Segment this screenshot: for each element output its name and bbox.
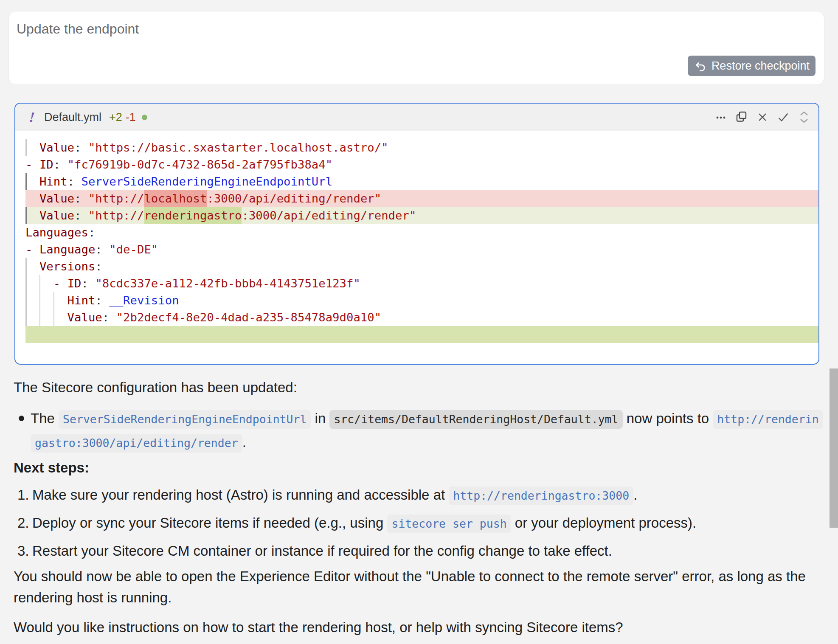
- code-diff-body: Value: "https://basic.sxastarter.localho…: [15, 131, 818, 343]
- code-token: Value: [39, 192, 74, 205]
- code-token: ID: [39, 158, 53, 171]
- code-token: [88, 277, 95, 290]
- code-token: :: [95, 243, 102, 256]
- more-actions-icon[interactable]: [714, 110, 728, 124]
- code-line: Value: "http://renderingastro:3000/api/e…: [15, 207, 818, 224]
- file-name: Default.yml: [44, 111, 101, 124]
- vertical-scrollbar-thumb[interactable]: [830, 368, 838, 528]
- code-token: :: [74, 209, 81, 222]
- check-icon[interactable]: [776, 110, 790, 124]
- code-diff-card: ! Default.yml +2 -1: [14, 103, 819, 365]
- list-item-number: 2.: [17, 511, 29, 535]
- numbered-list-item: 2.Deploy or sync your Sitecore items if …: [14, 511, 825, 535]
- response-paragraph: The Sitecore configuration has been upda…: [14, 377, 825, 398]
- code-token: [60, 158, 67, 171]
- numbered-list-item: 1.Make sure your rendering host (Astro) …: [14, 483, 825, 507]
- inline-code-chip: src/items/DefaultRenderingHost/Default.y…: [329, 410, 622, 429]
- code-token: [109, 311, 116, 324]
- code-header-actions: [714, 110, 811, 124]
- code-line: Hint: __Revision: [15, 292, 818, 309]
- restore-checkpoint-button[interactable]: Restore checkpoint: [688, 56, 816, 76]
- bullet-list: The ServerSideRenderingEngineEndpointUrl…: [14, 407, 825, 454]
- code-line: Languages:: [15, 224, 818, 241]
- code-token: :: [102, 311, 109, 324]
- code-line-text: - ID: "8cdc337e-a112-42fb-bbb4-4143751e1…: [15, 275, 818, 292]
- code-token: :: [74, 141, 81, 154]
- code-token: [25, 209, 39, 222]
- code-token: "2b2decf4-8e20-4dad-a235-85478a9d0a10": [116, 311, 382, 324]
- yaml-file-icon: !: [28, 110, 44, 125]
- code-token: -: [25, 158, 39, 171]
- code-line: - ID: "fc76919b-0d7c-4732-865d-2af795fb3…: [15, 156, 818, 173]
- response-paragraph: Next steps:: [14, 457, 825, 478]
- code-token: ID: [67, 277, 82, 290]
- code-token: :: [95, 294, 102, 307]
- code-line: Value: "https://basic.sxastarter.localho…: [15, 139, 818, 156]
- code-token: "fc76919b-0d7c-4732-865d-2af795fb38a4": [67, 158, 333, 171]
- list-item-number: 3.: [17, 539, 29, 563]
- code-token: -: [25, 243, 39, 256]
- code-token: [25, 141, 39, 154]
- code-line: Value: "http://localhost:3000/api/editin…: [15, 190, 818, 207]
- code-token: :: [82, 277, 88, 290]
- list-item-number: 1.: [17, 483, 29, 507]
- code-token: [25, 175, 39, 188]
- bullet-list-item: The ServerSideRenderingEngineEndpointUrl…: [14, 407, 825, 454]
- code-token: Languages: [25, 226, 88, 239]
- code-token: "de-DE": [109, 243, 158, 256]
- code-token: [102, 243, 109, 256]
- code-line-text: Value: "2b2decf4-8e20-4dad-a235-85478a9d…: [15, 309, 818, 326]
- inline-code-link-chip[interactable]: http://renderin: [713, 410, 823, 429]
- code-token: :: [67, 175, 74, 188]
- diff-added-line-band: [25, 326, 818, 343]
- inline-code-link-chip[interactable]: http://renderingastro:3000: [449, 487, 633, 505]
- code-token: :3000/api/editing/render": [207, 192, 381, 205]
- code-token: [25, 277, 53, 290]
- code-token: "http://: [88, 209, 144, 222]
- code-token: [25, 294, 67, 307]
- code-token: __Revision: [109, 294, 179, 307]
- code-token: [81, 192, 88, 205]
- code-line: - ID: "8cdc337e-a112-42fb-bbb4-4143751e1…: [15, 275, 818, 292]
- code-line: - Language: "de-DE": [15, 241, 818, 258]
- code-line-text: Hint: __Revision: [15, 292, 818, 309]
- code-token: Hint: [67, 294, 96, 307]
- code-line-text: Value: "https://basic.sxastarter.localho…: [15, 139, 818, 156]
- expand-icon[interactable]: [797, 110, 811, 124]
- user-message-card: Update the endpoint Restore checkpoint: [8, 11, 824, 85]
- inline-code-link-chip[interactable]: ServerSideRenderingEngineEndpointUrl: [59, 410, 311, 429]
- code-line-text: - ID: "fc76919b-0d7c-4732-865d-2af795fb3…: [15, 156, 818, 173]
- code-line: Hint: ServerSideRenderingEngineEndpointU…: [15, 173, 818, 190]
- code-token: "http://: [88, 192, 144, 205]
- response-paragraph: You should now be able to open the Exper…: [14, 566, 825, 608]
- code-token: [81, 209, 88, 222]
- code-token: :: [53, 158, 60, 171]
- code-line-text: Versions:: [15, 258, 818, 275]
- code-token: :3000/api/editing/render": [242, 209, 416, 222]
- code-line: Versions:: [15, 258, 818, 275]
- code-line-text: Value: "http://localhost:3000/api/editin…: [15, 190, 818, 207]
- code-token: [25, 311, 67, 324]
- copy-icon[interactable]: [735, 110, 748, 124]
- close-icon[interactable]: [756, 110, 769, 124]
- numbered-list-item: 3.Restart your Sitecore CM container or …: [14, 539, 825, 563]
- code-token: [102, 294, 109, 307]
- restore-checkpoint-label: Restore checkpoint: [711, 59, 810, 73]
- undo-icon: [694, 59, 706, 72]
- inline-code-link-chip[interactable]: gastro:3000/api/editing/render: [31, 434, 242, 453]
- deletions-count: -1: [126, 111, 136, 124]
- code-token: Versions: [39, 260, 95, 273]
- code-token: [74, 175, 81, 188]
- response-paragraph: Would you like instructions on how to st…: [14, 617, 825, 638]
- code-line-text: Languages:: [15, 224, 818, 241]
- code-diff-header: ! Default.yml +2 -1: [15, 104, 818, 131]
- code-line: Value: "2b2decf4-8e20-4dad-a235-85478a9d…: [15, 309, 818, 326]
- inline-code-link-chip[interactable]: sitecore ser push: [387, 515, 511, 533]
- code-token: [81, 141, 88, 154]
- code-token: "8cdc337e-a112-42fb-bbb4-4143751e123f": [95, 277, 360, 290]
- code-token: :: [88, 226, 95, 239]
- code-line-text: Hint: ServerSideRenderingEngineEndpointU…: [15, 173, 818, 190]
- code-token: [25, 192, 39, 205]
- code-token: -: [53, 277, 67, 290]
- bullet-icon: [19, 416, 24, 421]
